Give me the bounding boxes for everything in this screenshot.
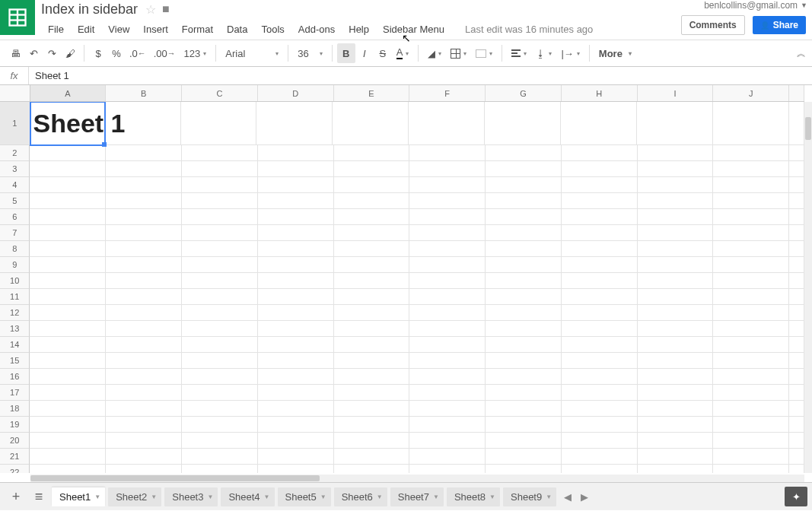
cell-H3[interactable] [562,161,638,177]
cell-I21[interactable] [638,449,714,465]
cell-E16[interactable] [334,369,410,385]
number-format-dropdown[interactable]: 123▾ [180,43,212,63]
cell-B2[interactable] [106,145,182,161]
cell-C11[interactable] [182,289,258,305]
cell-H12[interactable] [562,305,638,321]
cell-D16[interactable] [258,369,334,385]
undo-icon[interactable]: ↶ [24,43,43,63]
cell-A8[interactable] [30,241,106,257]
cell-C10[interactable] [182,273,258,289]
cell-H16[interactable] [562,369,638,385]
cell-G6[interactable] [486,209,562,225]
cell-C2[interactable] [182,145,258,161]
cell-J17[interactable] [713,385,789,401]
cell-H6[interactable] [562,209,638,225]
cell-E1[interactable] [333,102,409,145]
merge-dropdown[interactable]: ▾ [471,43,497,63]
font-size-dropdown[interactable]: 36▾ [293,43,326,63]
cell-G10[interactable] [486,273,562,289]
cell-overflow[interactable] [789,209,804,225]
row-header[interactable]: 12 [0,305,30,321]
cell-F1[interactable] [409,102,485,145]
increase-decimal-button[interactable]: .00→ [150,43,180,63]
cell-B11[interactable] [106,289,182,305]
cell-A19[interactable] [30,417,106,433]
explore-button[interactable]: ✦ [785,487,807,506]
caret-down-icon[interactable]: ▼ [151,494,157,500]
caret-down-icon[interactable]: ▼ [489,494,495,500]
cell-I11[interactable] [638,289,714,305]
cell-H22[interactable] [562,465,638,473]
cell-H18[interactable] [562,401,638,417]
cell-G22[interactable] [486,465,562,473]
cell-E4[interactable] [334,177,410,193]
caret-down-icon[interactable]: ▼ [320,494,326,500]
cell-H19[interactable] [562,417,638,433]
cell-overflow[interactable] [789,353,804,369]
cell-A16[interactable] [30,369,106,385]
cell-J12[interactable] [713,305,789,321]
cell-I5[interactable] [638,193,714,209]
row-header[interactable]: 11 [0,289,30,305]
comments-button[interactable]: Comments [681,15,745,35]
sheet-tab-Sheet2[interactable]: Sheet2▼ [108,487,161,506]
row-header[interactable]: 22 [0,465,30,473]
cell-I16[interactable] [638,369,714,385]
cell-D6[interactable] [258,209,334,225]
row-header[interactable]: 18 [0,401,30,417]
cell-overflow[interactable] [789,225,804,241]
cell-E12[interactable] [334,305,410,321]
cell-overflow[interactable] [789,102,804,145]
cell-J1[interactable] [713,102,789,145]
col-header-G[interactable]: G [486,85,562,101]
cell-F8[interactable] [409,241,486,257]
folder-icon[interactable]: ■ [162,2,170,16]
cell-B6[interactable] [106,209,182,225]
halign-dropdown[interactable]: ▾ [507,43,531,63]
cell-G20[interactable] [486,433,562,449]
cell-B22[interactable] [106,465,182,473]
cell-C6[interactable] [182,209,258,225]
select-all-corner[interactable] [0,85,30,101]
row-header[interactable]: 16 [0,369,30,385]
cell-D4[interactable] [258,177,334,193]
cell-F22[interactable] [409,465,486,473]
row-header[interactable]: 9 [0,257,30,273]
caret-down-icon[interactable]: ▼ [94,494,100,500]
cell-F3[interactable] [409,161,486,177]
cell-F20[interactable] [409,433,486,449]
cell-F18[interactable] [409,401,486,417]
cell-D13[interactable] [258,321,334,337]
cell-H2[interactable] [562,145,638,161]
cell-G7[interactable] [486,225,562,241]
cell-C13[interactable] [182,321,258,337]
cell-E13[interactable] [334,321,410,337]
cell-I7[interactable] [638,225,714,241]
cell-overflow[interactable] [789,337,804,353]
menu-sidebar[interactable]: Sidebar Menu [376,21,451,38]
cell-H8[interactable] [562,241,638,257]
col-header-overflow[interactable] [789,85,804,101]
decrease-decimal-button[interactable]: .0← [126,43,150,63]
cell-F16[interactable] [409,369,486,385]
col-header-J[interactable]: J [713,85,789,101]
menu-data[interactable]: Data [220,21,254,38]
cell-E5[interactable] [334,193,410,209]
cell-D2[interactable] [258,145,334,161]
cell-E19[interactable] [334,417,410,433]
cell-A4[interactable] [30,177,106,193]
cell-J3[interactable] [713,161,789,177]
cell-A2[interactable] [30,145,106,161]
cell-I12[interactable] [638,305,714,321]
cell-A15[interactable] [30,353,106,369]
cell-G16[interactable] [486,369,562,385]
cell-I6[interactable] [638,209,714,225]
caret-down-icon[interactable]: ▼ [377,494,383,500]
cell-G13[interactable] [486,321,562,337]
cell-B8[interactable] [106,241,182,257]
add-sheet-button[interactable]: + [5,486,27,507]
cell-I4[interactable] [638,177,714,193]
percent-button[interactable]: % [107,43,126,63]
cell-A22[interactable] [30,465,106,473]
cell-H15[interactable] [562,353,638,369]
